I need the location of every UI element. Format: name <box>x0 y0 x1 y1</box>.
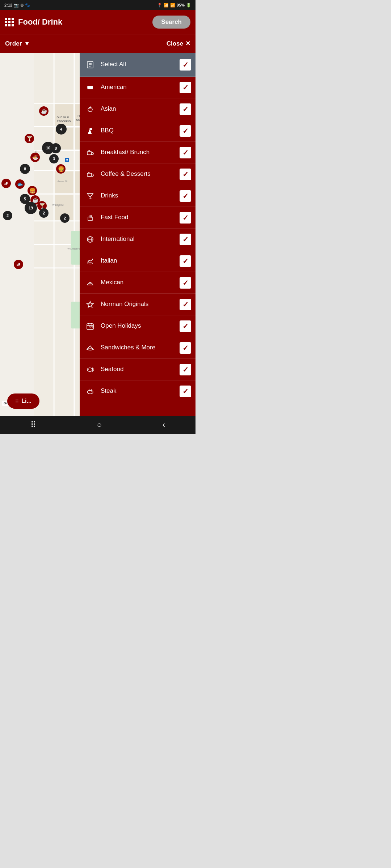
filter-label-steak: Steak <box>101 387 175 395</box>
nav-home-icon[interactable]: ○ <box>97 420 102 430</box>
map-marker-2c[interactable]: 2 <box>60 213 70 223</box>
filter-checkbox-norman-originals[interactable]: ✓ <box>180 299 191 310</box>
filter-item-fast-food[interactable]: Fast Food✓ <box>80 207 196 229</box>
svg-point-64 <box>88 263 93 264</box>
filter-checkbox-seafood[interactable]: ✓ <box>180 364 191 375</box>
status-left: 2:12 📷 ⊖ 🐾 <box>4 3 30 8</box>
map-marker-drink1[interactable]: 🍸 <box>25 134 34 143</box>
map-marker-8b[interactable]: 8 <box>20 164 30 174</box>
map-marker-4[interactable]: 4 <box>56 124 67 135</box>
list-button[interactable]: ≡ Li... <box>7 393 39 409</box>
list-label: Li... <box>21 398 31 404</box>
filter-checkbox-steak[interactable]: ✓ <box>180 386 191 397</box>
filter-checkbox-select-all[interactable]: ✓ <box>180 59 191 71</box>
checkmark-open-holidays: ✓ <box>182 322 189 331</box>
filter-item-seafood[interactable]: Seafood✓ <box>80 359 196 380</box>
checkmark-norman-originals: ✓ <box>182 300 189 309</box>
filter-icon-bbq <box>84 125 96 137</box>
filter-checkbox-breakfast-brunch[interactable]: ✓ <box>180 147 191 158</box>
location-icon: 📍 <box>157 3 162 8</box>
svg-rect-44 <box>87 88 93 89</box>
checkmark-asian: ✓ <box>182 105 189 114</box>
filter-item-steak[interactable]: Steak✓ <box>80 380 196 402</box>
map-marker-2b[interactable]: 2 <box>3 211 12 220</box>
status-bar: 2:12 📷 ⊖ 🐾 📍 📶 📶 95% 🔋 <box>0 0 196 10</box>
svg-point-73 <box>87 368 92 371</box>
search-button[interactable]: Search <box>152 16 190 29</box>
filter-label-norman-originals: Norman Originals <box>101 301 175 308</box>
map-marker-2a[interactable]: 2 <box>39 208 49 218</box>
filter-checkbox-asian[interactable]: ✓ <box>180 103 191 115</box>
filter-checkbox-sandwiches-more[interactable]: ✓ <box>180 342 191 354</box>
filter-checkbox-italian[interactable]: ✓ <box>180 255 191 267</box>
checkmark-select-all: ✓ <box>182 60 189 69</box>
map-marker-fish[interactable]: 🐟 <box>15 179 25 189</box>
map-marker-coffee1[interactable]: ☕ <box>39 106 49 116</box>
map-marker-asian1[interactable]: 🍜 <box>30 153 40 162</box>
nav-back-icon[interactable]: ‹ <box>163 420 165 430</box>
filter-item-drinks[interactable]: Drinks✓ <box>80 185 196 207</box>
svg-text:OLD SILK: OLD SILK <box>57 116 70 119</box>
sub-header: Order ▼ Close ✕ <box>0 34 196 53</box>
filter-checkbox-bbq[interactable]: ✓ <box>180 125 191 137</box>
filter-item-sandwiches-more[interactable]: Sandwiches & More✓ <box>80 337 196 359</box>
map-marker-3[interactable]: 3 <box>49 154 59 163</box>
filter-item-mexican[interactable]: Mexican✓ <box>80 272 196 294</box>
filter-checkbox-international[interactable]: ✓ <box>180 234 191 245</box>
filter-item-norman-originals[interactable]: Norman Originals✓ <box>80 294 196 315</box>
filter-icon-asian <box>84 103 96 115</box>
svg-line-77 <box>89 389 89 390</box>
map-marker-skate[interactable]: ⛸ <box>1 179 11 188</box>
filter-icon-international <box>84 233 96 246</box>
signal-icon: 📶 <box>170 3 175 8</box>
svg-text:Acres St: Acres St <box>57 180 67 183</box>
order-button[interactable]: Order ▼ <box>5 40 30 47</box>
filter-item-select-all[interactable]: Select All✓ <box>80 53 196 77</box>
content-area: E Robinson St Main Acres St W Boyd St W … <box>0 53 196 416</box>
filter-icon-sandwiches-more <box>84 342 96 354</box>
filter-checkbox-coffee-desserts[interactable]: ✓ <box>180 169 191 180</box>
filter-item-american[interactable]: American✓ <box>80 77 196 98</box>
map-marker-19[interactable]: 19 <box>25 202 37 214</box>
filter-item-coffee-desserts[interactable]: Coffee & Desserts✓ <box>80 163 196 185</box>
close-button[interactable]: Close ✕ <box>167 40 190 47</box>
filter-item-italian[interactable]: Italian✓ <box>80 250 196 272</box>
filter-checkbox-mexican[interactable]: ✓ <box>180 277 191 289</box>
map-marker-burger2[interactable]: 🍔 <box>28 186 37 195</box>
photo-icon: 📷 <box>14 3 19 8</box>
svg-rect-58 <box>89 215 89 218</box>
checkmark-mexican: ✓ <box>182 278 189 287</box>
filter-item-open-holidays[interactable]: OPENOpen Holidays✓ <box>80 315 196 337</box>
filter-item-breakfast-brunch[interactable]: Breakfast/ Brunch✓ <box>80 142 196 163</box>
filter-label-fast-food: Fast Food <box>101 214 175 221</box>
filter-item-international[interactable]: International✓ <box>80 229 196 250</box>
checkmark-breakfast-brunch: ✓ <box>182 148 189 157</box>
svg-rect-60 <box>91 215 92 218</box>
close-label: Close <box>167 40 183 47</box>
filter-label-bbq: BBQ <box>101 127 175 134</box>
map-marker-8a[interactable]: 8 <box>51 143 61 153</box>
filter-label-breakfast-brunch: Breakfast/ Brunch <box>101 149 175 156</box>
notification-icon: ⊖ <box>20 3 24 8</box>
svg-rect-42 <box>87 86 93 87</box>
filter-checkbox-drinks[interactable]: ✓ <box>180 190 191 202</box>
filter-checkbox-american[interactable]: ✓ <box>180 82 191 93</box>
filter-item-bbq[interactable]: BBQ✓ <box>80 120 196 142</box>
filter-icon-breakfast-brunch <box>84 146 96 159</box>
checkmark-fast-food: ✓ <box>182 213 189 222</box>
filter-panel: Select All✓American✓Asian✓BBQ✓Breakfast/… <box>80 53 196 416</box>
nav-menu-icon[interactable]: ⠿ <box>30 420 36 430</box>
map-marker-burger1[interactable]: 🍔 <box>56 164 66 174</box>
filter-label-seafood: Seafood <box>101 366 175 373</box>
filter-checkbox-fast-food[interactable]: ✓ <box>180 212 191 224</box>
svg-point-75 <box>88 369 89 370</box>
filter-icon-italian <box>84 255 96 267</box>
svg-rect-51 <box>87 173 92 176</box>
app-header: Food/ Drink Search <box>0 10 196 34</box>
grid-icon[interactable] <box>5 18 14 26</box>
filter-checkbox-open-holidays[interactable]: ✓ <box>180 320 191 332</box>
svg-text:OPEN: OPEN <box>89 326 94 328</box>
filter-item-asian[interactable]: Asian✓ <box>80 98 196 120</box>
map-marker-red1[interactable]: ⛸ <box>14 260 23 269</box>
app-title: Food/ Drink <box>18 17 62 27</box>
